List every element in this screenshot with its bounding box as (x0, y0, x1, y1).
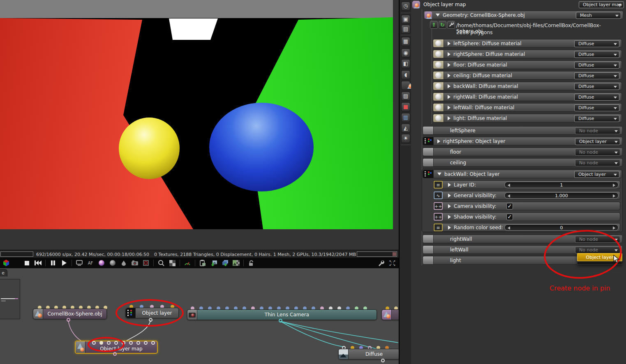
expand-arrow-icon[interactable] (437, 139, 440, 143)
save-all-passes-icon[interactable] (221, 259, 229, 267)
material-type-dropdown[interactable]: Diffuse (574, 40, 619, 47)
material-picker-icon[interactable] (109, 259, 116, 267)
geometry-type-dropdown[interactable]: Mesh (576, 12, 621, 19)
layer-node-dropdown[interactable]: Object layer (574, 171, 619, 178)
stop-render-button[interactable] (23, 259, 30, 267)
collapse-arrow-icon[interactable] (436, 14, 440, 16)
param-row[interactable]: ++ Shadow visibility: ✓ (433, 212, 620, 221)
fullscreen-icon[interactable]: ↖↗↙↘ (389, 259, 396, 267)
white-balance-picker-icon[interactable] (98, 259, 105, 267)
expand-arrow-icon[interactable] (448, 204, 451, 208)
geometry-row[interactable]: Geometry: CornellBox-Sphere.obj Mesh (423, 11, 624, 19)
backwall-header-row[interactable]: backWall: Object layer Object layer (423, 170, 622, 178)
param-row[interactable]: ++ Camera visibility: ✓ (433, 202, 620, 210)
material-row[interactable]: backWall: Diffuse material Diffuse (433, 82, 622, 90)
display-icon[interactable]: ◧ (401, 59, 410, 68)
autofocus-button[interactable]: AF (87, 259, 94, 267)
node-type-dropdown[interactable]: Object layer map (579, 1, 624, 8)
layer-id-slider[interactable]: 1 (504, 182, 619, 188)
render-passes-icon[interactable] (232, 259, 240, 267)
camera-output-pin[interactable] (279, 319, 282, 323)
param-row[interactable]: ≡ Layer ID: 1 (433, 180, 620, 189)
expand-arrow-icon[interactable] (448, 183, 451, 187)
image-icon[interactable]: ▦ (401, 37, 410, 46)
layer-pin-row[interactable]: rightSphere: Object layer Object layer (423, 137, 623, 145)
layers-flat-icon[interactable]: ▤ (401, 25, 410, 34)
copy-image-icon[interactable] (199, 259, 206, 267)
expand-arrow-icon[interactable] (448, 84, 450, 88)
node-pin-hollow[interactable] (129, 341, 133, 345)
expand-arrow-icon[interactable] (448, 74, 450, 78)
expand-arrow-icon[interactable] (448, 116, 450, 120)
material-type-dropdown[interactable]: Diffuse (574, 83, 619, 90)
object-picker-icon[interactable] (120, 259, 127, 267)
load-file-button[interactable]: ⇑ (430, 21, 438, 29)
wrench-button[interactable] (447, 21, 455, 29)
diffuse-output-pin[interactable] (381, 359, 385, 362)
expand-arrow-icon[interactable] (448, 194, 451, 198)
camera-icon[interactable]: ◉ (401, 48, 410, 58)
material-row[interactable]: leftSphere: Diffuse material Diffuse (433, 39, 622, 48)
param-row[interactable]: ∿ General visibility: 1.000 (433, 191, 620, 200)
layer-node-dropdown[interactable]: No node (575, 127, 620, 134)
node-graph-panel[interactable]: e CornellBox-Sphere.obj Object layer Thi… (0, 268, 399, 364)
node-pin-hollow[interactable] (136, 341, 140, 345)
material-row[interactable]: light: Diffuse material Diffuse (433, 114, 622, 122)
emitter-icon[interactable]: ☀ (401, 134, 410, 143)
material-type-dropdown[interactable]: Diffuse (574, 72, 619, 79)
expand-arrow-icon[interactable] (448, 95, 450, 99)
collapse-arrow-icon[interactable] (437, 173, 441, 175)
expand-arrow-icon[interactable] (448, 41, 450, 46)
cube-icon[interactable]: ■ (401, 102, 410, 111)
material-type-dropdown[interactable]: Diffuse (574, 51, 619, 58)
windows-icon[interactable]: ▣ (401, 15, 410, 24)
material-type-dropdown[interactable]: Diffuse (574, 62, 619, 69)
expand-arrow-icon[interactable] (448, 106, 450, 110)
film-icon[interactable]: ◖ (401, 70, 410, 79)
settings-wrench-icon[interactable] (377, 259, 385, 267)
material-row[interactable]: rightWall: Diffuse material Diffuse (433, 92, 622, 101)
node-partial[interactable] (381, 309, 399, 320)
alpha-checker-icon[interactable] (169, 259, 176, 267)
mesh-icon[interactable] (401, 81, 410, 90)
layer-node-dropdown[interactable]: Object layer (575, 138, 620, 145)
camera-picker-icon[interactable] (131, 259, 139, 267)
shadow-visibility-checkbox[interactable]: ✓ (506, 214, 513, 220)
viewport-lock-icon[interactable] (76, 259, 83, 267)
expand-arrow-icon[interactable] (448, 63, 450, 67)
play-render-button[interactable] (60, 259, 68, 267)
material-type-dropdown[interactable]: Diffuse (574, 115, 619, 122)
subsampling-gauge-icon[interactable] (184, 259, 191, 267)
render-region-picker-icon[interactable] (142, 259, 150, 267)
node-thin-lens-camera[interactable]: Thin Lens Camera (187, 309, 377, 320)
node-pin-hollow[interactable] (144, 341, 148, 345)
material-row[interactable]: rightSphere: Diffuse material Diffuse (433, 50, 622, 58)
material-row[interactable]: leftWall: Diffuse material Diffuse (433, 103, 622, 112)
expand-arrow-icon[interactable] (448, 226, 451, 230)
lock-viewport-icon[interactable] (247, 259, 255, 267)
material-row[interactable]: floor: Diffuse material Diffuse (433, 60, 622, 69)
map-output-pin[interactable] (113, 352, 117, 356)
node-cornellbox-mesh[interactable]: CornellBox-Sphere.obj (33, 309, 107, 319)
expand-arrow-icon[interactable] (448, 52, 450, 56)
node-diffuse-material[interactable]: Diffuse (338, 349, 399, 359)
material-row[interactable]: ceiling: Diffuse material Diffuse (433, 71, 622, 80)
node-pin-hollow[interactable] (151, 341, 155, 345)
zoom-tool-icon[interactable] (157, 259, 165, 267)
layer-node-dropdown[interactable]: No node (575, 159, 620, 166)
restart-render-button[interactable] (34, 259, 42, 267)
layer-pin-row[interactable]: floor No node (423, 147, 623, 156)
material-type-dropdown[interactable]: Diffuse (574, 104, 619, 111)
expand-arrow-icon[interactable] (448, 215, 451, 219)
texture-icon[interactable]: ▨ (401, 92, 410, 101)
kernel-clock-icon[interactable]: ◷ (401, 2, 410, 11)
layer-pin-row[interactable]: leftSphere No node (423, 126, 623, 135)
reload-button[interactable]: ↻ (439, 21, 446, 29)
save-image-icon[interactable] (210, 259, 217, 267)
general-visibility-slider[interactable]: 1.000 (504, 192, 619, 199)
tonemap-icon[interactable]: ◭ (401, 124, 410, 133)
random-color-seed-slider[interactable]: 0 (504, 224, 619, 231)
pause-render-button[interactable] (49, 259, 57, 267)
mesh-output-pin[interactable] (67, 318, 70, 322)
layer-pin-row[interactable]: ceiling No node (423, 158, 623, 167)
